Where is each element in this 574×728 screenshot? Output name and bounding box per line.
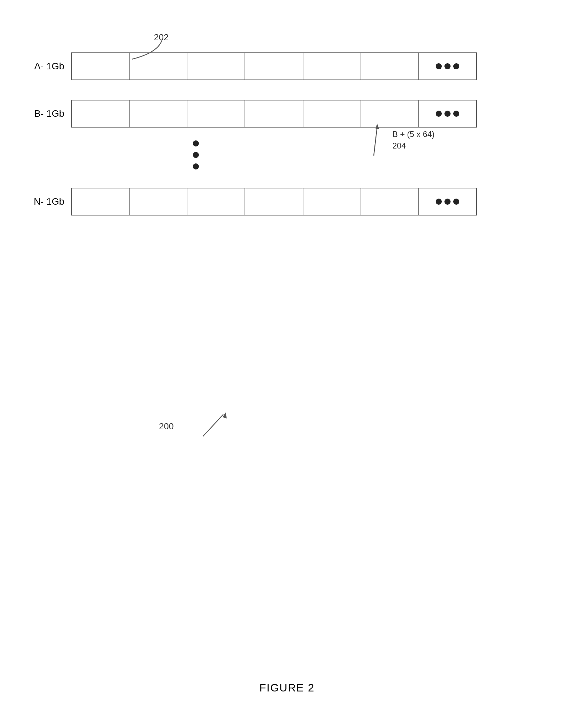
cell-b-5 [303, 100, 361, 127]
cell-a-dots [419, 53, 476, 79]
vdot-1 [193, 140, 199, 146]
dot-b-1 [436, 111, 442, 117]
cell-b-1 [72, 100, 130, 127]
dot-a-2 [444, 63, 451, 69]
row-a-bar [71, 52, 477, 80]
row-n-group: N- 1Gb [27, 188, 534, 215]
cell-a-4 [245, 53, 303, 79]
row-n-bar [71, 188, 477, 215]
dot-a-1 [436, 63, 442, 69]
vertical-dots [193, 140, 199, 169]
dot-b-2 [444, 111, 451, 117]
ref-200-label: 200 [159, 421, 174, 432]
cell-b-dots [419, 100, 476, 127]
svg-marker-3 [223, 412, 227, 418]
cell-a-5 [303, 53, 361, 79]
dot-a-3 [453, 63, 459, 69]
cell-n-dots [419, 188, 476, 215]
annotation-b-num: 204 [392, 140, 435, 152]
cell-n-2 [130, 188, 187, 215]
row-b-group: B- 1Gb [27, 100, 534, 128]
row-a-label: A- 1Gb [27, 61, 71, 72]
cell-b-2 [130, 100, 187, 127]
row-b-label: B- 1Gb [27, 108, 71, 119]
row-a-group: A- 1Gb [27, 52, 534, 80]
row-n-label: N- 1Gb [27, 196, 71, 207]
cell-a-2 [130, 53, 187, 79]
annotation-b-offset: B + (5 x 64) 204 [392, 129, 435, 151]
cell-b-4 [245, 100, 303, 127]
svg-line-0 [374, 127, 377, 156]
cell-a-3 [187, 53, 245, 79]
cell-n-3 [187, 188, 245, 215]
ref-202-label: 202 [154, 32, 168, 43]
dot-n-3 [453, 199, 459, 205]
cell-n-1 [72, 188, 130, 215]
cell-b-6 [361, 100, 419, 127]
vdot-3 [193, 163, 199, 169]
cell-n-6 [361, 188, 419, 215]
vdot-2 [193, 152, 199, 158]
cell-n-4 [245, 188, 303, 215]
dot-n-1 [436, 199, 442, 205]
row-b-bar [71, 100, 477, 128]
svg-line-2 [203, 414, 223, 436]
cell-a-1 [72, 53, 130, 79]
annotation-b-line1: B + (5 x 64) [392, 129, 435, 140]
cell-a-6 [361, 53, 419, 79]
figure-title: FIGURE 2 [259, 682, 315, 694]
cell-b-3 [187, 100, 245, 127]
dot-b-3 [453, 111, 459, 117]
dot-n-2 [444, 199, 451, 205]
cell-n-5 [303, 188, 361, 215]
